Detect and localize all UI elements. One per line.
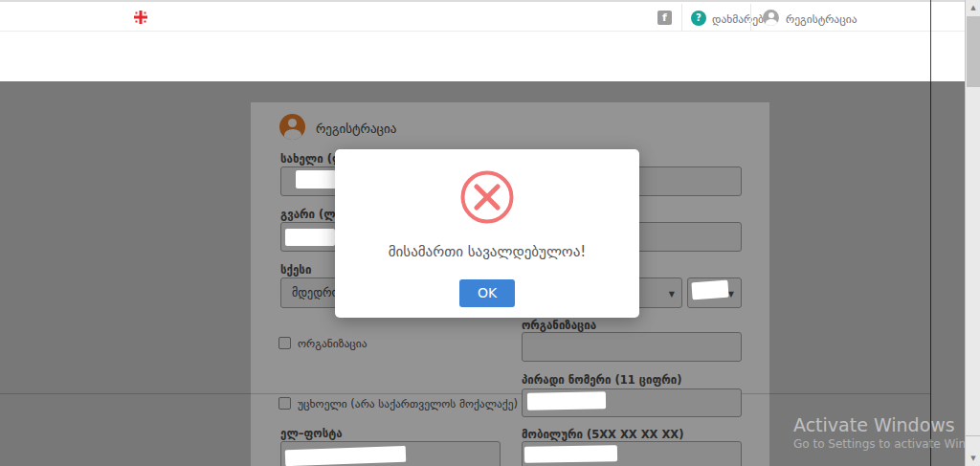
user-icon[interactable] xyxy=(763,10,779,26)
topbar-divider xyxy=(681,4,682,33)
redaction-mobile xyxy=(524,445,617,463)
activate-windows-subtext: Go to Settings to activate Windows. xyxy=(793,437,980,451)
register-link[interactable]: რეგისტრაცია xyxy=(786,12,858,26)
vertical-scrollbar[interactable]: ▲ ▼ xyxy=(965,0,980,466)
scrollbar-thumb[interactable] xyxy=(967,16,980,87)
topbar: f ? დახმარება რეგისტრაცია xyxy=(0,2,965,32)
topbar-divider xyxy=(750,4,751,33)
navbar: USA 2 GEORGIA მთავარი ჩვენ შესახებ რატომ… xyxy=(0,32,965,81)
scrollbar-corner-line xyxy=(966,435,980,436)
redaction-last-name xyxy=(285,229,335,246)
scroll-up-icon[interactable]: ▲ xyxy=(966,0,980,15)
georgian-flag-icon[interactable] xyxy=(132,9,149,26)
scroll-down-icon[interactable]: ▼ xyxy=(966,451,980,466)
activate-windows-text: Activate Windows xyxy=(793,414,955,435)
alert-dialog: მისამართი სავალდებულოა! OK xyxy=(335,149,639,318)
facebook-icon[interactable]: f xyxy=(657,11,672,25)
redaction-code-select xyxy=(691,280,728,300)
help-link[interactable]: დახმარება xyxy=(712,12,769,26)
help-icon[interactable]: ? xyxy=(691,11,706,26)
redaction-personal-number xyxy=(527,391,606,410)
ok-button[interactable]: OK xyxy=(459,279,515,307)
alert-message: მისამართი სავალდებულოა! xyxy=(335,243,639,260)
error-x-icon xyxy=(460,170,514,224)
